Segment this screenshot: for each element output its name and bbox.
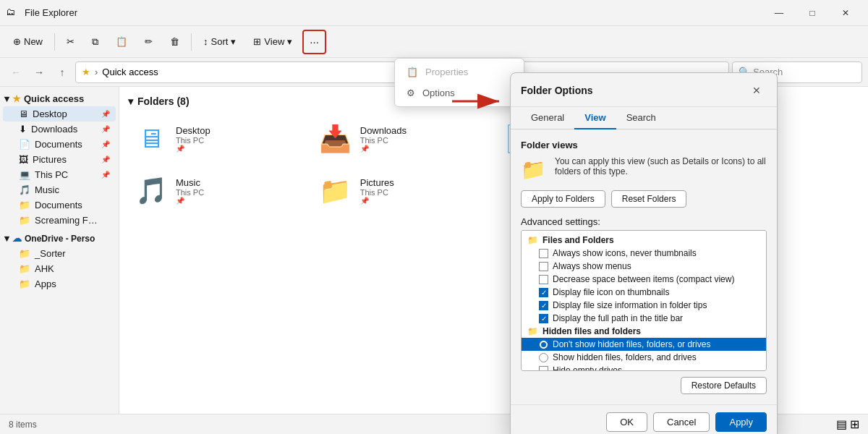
adv-item-hide-empty[interactable]: Hide empty drives: [522, 364, 766, 371]
pin-icon: 📌: [101, 140, 110, 148]
adv-item-full-path[interactable]: ✓ Display the full path in the title bar: [522, 312, 766, 325]
adv-item-display-icon[interactable]: ✓ Display file icon on thumbnails: [522, 286, 766, 299]
delete-icon: 🗑: [170, 36, 179, 47]
sidebar-item-music[interactable]: 🎵 Music: [3, 182, 116, 197]
restore-defaults-button[interactable]: Restore Defaults: [681, 377, 767, 394]
sidebar-item-thispc[interactable]: 💻 This PC 📌: [3, 167, 116, 182]
dialog-titlebar: Folder Options ✕: [511, 73, 777, 107]
list-view-button[interactable]: ▤: [836, 417, 847, 431]
view-controls: ▤ ⊞: [836, 417, 859, 431]
pin-icon: 📌: [101, 125, 110, 133]
onedrive-header[interactable]: ▾ ☁ OneDrive - Perso: [0, 231, 119, 246]
collapse-icon: ▾: [4, 93, 9, 104]
folder-options-dialog: Folder Options ✕ General View Search Fol…: [510, 72, 778, 434]
sidebar-item-downloads[interactable]: ⬇ Downloads 📌: [3, 122, 116, 137]
cancel-button[interactable]: Cancel: [653, 412, 710, 432]
folder-thumb-music: 🎵: [134, 174, 169, 208]
quick-access-header[interactable]: ▾ ★ Quick access: [0, 91, 119, 106]
checkbox-compact-view[interactable]: [539, 275, 548, 284]
sorter-icon: 📁: [19, 248, 30, 259]
close-button[interactable]: ✕: [829, 0, 862, 26]
folder-thumb-desktop: 🖥: [134, 122, 169, 156]
folder-name: Downloads: [360, 125, 485, 136]
cut-button[interactable]: ✂: [59, 30, 82, 54]
view-icon: ⊞: [253, 36, 261, 47]
copy-button[interactable]: ⧉: [85, 30, 106, 54]
sidebar-item-pictures[interactable]: 🖼 Pictures 📌: [3, 152, 116, 167]
adv-item-compact-view[interactable]: Decrease space between items (compact vi…: [522, 273, 766, 286]
sidebar-item-desktop[interactable]: 🖥 Desktop 📌: [3, 106, 116, 122]
adv-item-file-size[interactable]: ✓ Display file size information in folde…: [522, 299, 766, 312]
forward-button[interactable]: →: [29, 62, 49, 82]
folder-item-onedrive[interactable]: 📁 Pictures This PC 📌: [312, 168, 491, 214]
adv-item-always-menus[interactable]: Always show menus: [522, 260, 766, 273]
folder-item-desktop[interactable]: 🖥 Desktop This PC 📌: [128, 116, 307, 162]
apply-to-folders-button[interactable]: Apply to Folders: [521, 190, 605, 208]
dialog-footer: OK Cancel Apply: [511, 404, 777, 434]
delete-button[interactable]: 🗑: [163, 30, 187, 54]
sort-button[interactable]: ↕ Sort ▾: [196, 30, 243, 54]
sidebar-item-screamingfrog[interactable]: 📁 Screaming Frog: [3, 213, 116, 228]
ahk-icon: 📁: [19, 263, 30, 274]
sidebar-item-documents[interactable]: 📄 Documents 📌: [3, 137, 116, 152]
sidebar-item-sorter[interactable]: 📁 _Sorter: [3, 246, 116, 261]
new-button[interactable]: ⊕ New: [6, 30, 50, 54]
radio-dont-show-hidden[interactable]: [539, 340, 548, 349]
tab-search[interactable]: Search: [616, 107, 666, 129]
documents-icon: 📄: [19, 139, 30, 150]
checkbox-always-menus[interactable]: [539, 262, 548, 271]
dialog-close-button[interactable]: ✕: [746, 80, 767, 101]
downloads-icon: ⬇: [19, 124, 27, 135]
adv-item-dont-show-hidden[interactable]: Don't show hidden files, folders, or dri…: [522, 338, 766, 351]
up-button[interactable]: ↑: [52, 62, 72, 82]
sidebar: ▾ ★ Quick access 🖥 Desktop 📌 ⬇ Downloads…: [0, 87, 119, 414]
folder-views-label: Folder views: [521, 140, 767, 150]
apps-icon: 📁: [19, 278, 30, 289]
dropdown-item-properties[interactable]: 📋 Properties: [395, 61, 524, 82]
radio-show-hidden[interactable]: [539, 353, 548, 362]
pin-icon: 📌: [101, 110, 110, 118]
star-icon-sidebar: ★: [12, 93, 21, 104]
adv-item-show-hidden[interactable]: Show hidden files, folders, and drives: [522, 351, 766, 364]
apply-button[interactable]: Apply: [715, 412, 767, 432]
cut-icon: ✂: [67, 36, 75, 47]
toolbar: ⊕ New ✂ ⧉ 📋 ✏ 🗑 ↕ Sort ▾ ⊞ View ▾ ···: [0, 26, 868, 58]
sidebar-item-documents2[interactable]: 📁 Documents: [3, 197, 116, 213]
folder-info-music: Music This PC 📌: [176, 177, 301, 205]
sort-chevron-icon: ▾: [231, 36, 236, 47]
folder-name: Music: [176, 177, 301, 188]
tab-general[interactable]: General: [521, 107, 574, 129]
folder-item-downloads[interactable]: 📥 Downloads This PC 📌: [312, 116, 491, 162]
checkbox-full-path[interactable]: ✓: [539, 314, 548, 323]
rename-button[interactable]: ✏: [137, 30, 160, 54]
checkbox-hide-empty[interactable]: [539, 366, 548, 372]
maximize-button[interactable]: □: [796, 0, 829, 26]
folder-info-onedrive: Pictures This PC 📌: [360, 177, 485, 205]
dropdown-item-options[interactable]: ⚙ Options: [395, 82, 524, 103]
title-bar-controls: — □ ✕: [762, 0, 862, 26]
view-button[interactable]: ⊞ View ▾: [246, 30, 299, 54]
checkbox-display-icon[interactable]: ✓: [539, 288, 548, 297]
checkbox-file-size[interactable]: ✓: [539, 301, 548, 310]
adv-item-always-icons[interactable]: Always show icons, never thumbnails: [522, 247, 766, 260]
folder-sub: This PC: [360, 188, 485, 197]
folder-thumb-onedrive: 📁: [318, 174, 353, 208]
tab-view[interactable]: View: [574, 107, 616, 129]
pin-icon: 📌: [360, 197, 485, 205]
breadcrumb-text: Quick access: [102, 67, 158, 77]
cloud-icon: ☁: [12, 233, 22, 244]
sidebar-item-ahk[interactable]: 📁 AHK: [3, 261, 116, 276]
folder-item-music[interactable]: 🎵 Music This PC 📌: [128, 168, 307, 214]
folder-icon-sm: 📁: [527, 235, 538, 245]
reset-folders-button[interactable]: Reset Folders: [611, 190, 687, 208]
sidebar-item-apps[interactable]: 📁 Apps: [3, 276, 116, 292]
ok-button[interactable]: OK: [606, 412, 647, 432]
more-button[interactable]: ···: [302, 30, 326, 54]
folder-thumb-icon-6: 📁: [319, 176, 352, 206]
grid-view-button[interactable]: ⊞: [850, 417, 859, 431]
folder-thumb-icon-2: 📥: [319, 124, 352, 154]
minimize-button[interactable]: —: [762, 0, 796, 26]
back-button[interactable]: ←: [6, 62, 26, 82]
checkbox-always-icons[interactable]: [539, 249, 548, 258]
paste-button[interactable]: 📋: [109, 30, 135, 54]
